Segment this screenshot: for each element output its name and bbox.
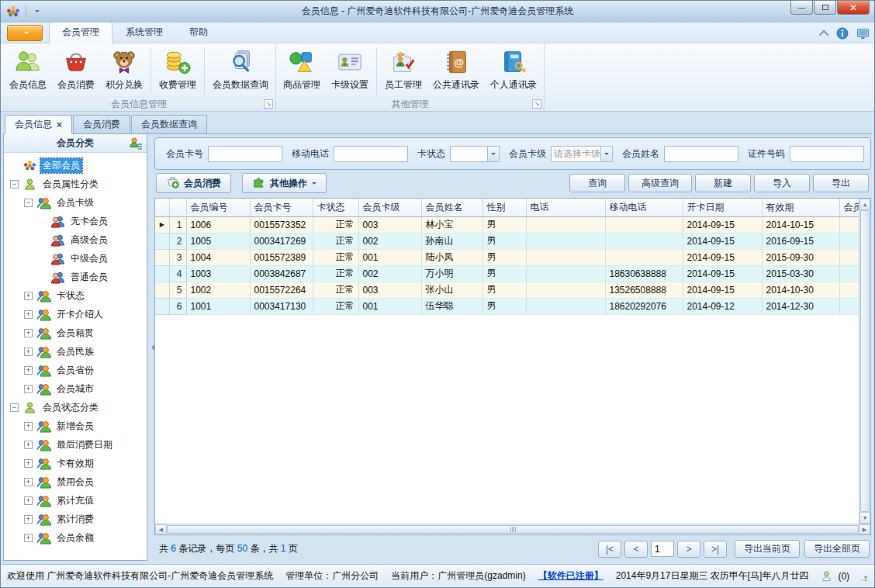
tree-item[interactable]: +最后消费日期 — [4, 435, 147, 454]
tree-item[interactable]: +卡状态 — [4, 286, 147, 305]
tree-item[interactable]: 全部会员 — [4, 156, 147, 175]
tree-item[interactable]: −会员属性分类 — [4, 175, 147, 193]
advanced-query-button[interactable]: 高级查询 — [628, 174, 692, 192]
ribbon-item[interactable]: 商品管理 — [278, 46, 326, 96]
ribbon-item[interactable]: 会员消费 — [52, 46, 100, 96]
ribbon-item[interactable]: 收费管理 — [154, 46, 202, 96]
application-menu-button[interactable] — [7, 25, 43, 41]
card-no-input[interactable] — [208, 146, 282, 162]
mobile-input[interactable] — [334, 146, 408, 162]
column-header[interactable]: 会员编号 — [186, 199, 250, 216]
column-header[interactable]: 移动电话 — [605, 199, 683, 216]
ribbon-item[interactable]: 个人通讯录 — [485, 46, 542, 96]
menu-tab[interactable]: 系统管理 — [112, 22, 176, 43]
tree-expander[interactable]: − — [10, 403, 19, 412]
first-page-button[interactable]: |< — [598, 541, 621, 558]
tree-expander[interactable]: + — [24, 366, 33, 375]
close-button[interactable]: ✕ — [837, 1, 870, 15]
tree-expander[interactable]: + — [24, 478, 33, 486]
last-page-button[interactable]: >| — [704, 541, 727, 558]
ribbon-item[interactable]: 员工管理 — [379, 46, 427, 96]
prev-page-button[interactable]: < — [624, 541, 648, 558]
tree-expander[interactable]: − — [24, 199, 33, 207]
tree-item[interactable]: 高级会员 — [4, 230, 147, 249]
quick-access-toolbar[interactable] — [31, 5, 42, 18]
category-settings-icon[interactable] — [129, 137, 143, 150]
page-number-input[interactable] — [651, 541, 674, 557]
tree-item[interactable]: −会员卡级 — [4, 193, 147, 212]
scroll-right-icon[interactable]: ▶ — [859, 524, 870, 534]
tree-item[interactable]: −会员状态分类 — [4, 398, 147, 417]
system-window-icon[interactable] — [856, 27, 870, 40]
card-status-select[interactable] — [450, 146, 500, 162]
query-button[interactable]: 查询 — [569, 174, 625, 192]
tree-expander[interactable]: + — [24, 385, 33, 393]
table-row[interactable]: 610010003417130正常001伍华聪男186202920762014-… — [155, 298, 859, 314]
tree-item[interactable]: +会员城市 — [4, 379, 147, 398]
column-header[interactable]: 有效期 — [762, 199, 839, 216]
collapse-ribbon-icon[interactable] — [819, 29, 829, 40]
ribbon-item[interactable]: 会员数据查询 — [207, 46, 274, 96]
export-current-page-button[interactable]: 导出当前页 — [735, 540, 800, 558]
resize-grip[interactable] — [862, 572, 868, 581]
member-consume-button[interactable]: 会员消费 — [156, 173, 231, 193]
tree-expander[interactable]: + — [24, 348, 33, 356]
document-tab[interactable]: 会员消费 — [73, 115, 130, 133]
horizontal-scroll-thumb[interactable] — [167, 525, 859, 534]
splitter[interactable] — [147, 134, 154, 561]
tree-expander[interactable]: + — [24, 459, 33, 468]
tree-expander[interactable]: + — [24, 534, 33, 542]
column-header[interactable]: 卡状态 — [313, 199, 358, 216]
tree-item[interactable]: +累计消费 — [4, 510, 147, 528]
column-header[interactable]: 电话 — [526, 199, 605, 216]
tree-item[interactable]: +会员省份 — [4, 361, 147, 379]
card-level-select[interactable]: 请选择卡级 — [551, 146, 613, 162]
chevron-down-icon[interactable] — [487, 147, 499, 161]
menu-tab[interactable]: 帮助 — [176, 22, 221, 43]
tree-item[interactable]: +新增会员 — [4, 417, 147, 435]
maximize-button[interactable] — [814, 1, 836, 15]
close-tab-icon[interactable]: × — [57, 121, 62, 129]
table-row[interactable]: 410030003842687正常002万小明男186306388882014-… — [155, 265, 859, 282]
dialog-launcher-icon[interactable]: ↘ — [264, 99, 273, 109]
tree-expander[interactable]: + — [24, 292, 33, 300]
document-tab[interactable]: 会员数据查询 — [131, 115, 207, 133]
chevron-down-icon[interactable] — [600, 147, 612, 161]
tree-item[interactable]: +会员籍贯 — [4, 323, 147, 342]
scroll-left-icon[interactable]: ◀ — [155, 524, 167, 534]
tree-item[interactable]: +会员余额 — [4, 528, 147, 547]
table-row[interactable]: ▶110060015573352正常003林小宝男2014-09-152014-… — [155, 216, 859, 233]
table-row[interactable]: 210050003417269正常002孙南山男2014-09-152016-0… — [155, 233, 859, 249]
vertical-scrollbar[interactable]: ▲ ▼ — [859, 199, 870, 524]
menu-tab[interactable]: 会员管理 — [49, 22, 112, 43]
other-actions-button[interactable]: 其他操作 — [242, 173, 327, 193]
ribbon-item[interactable]: 会员信息 — [4, 46, 52, 96]
member-name-input[interactable] — [664, 146, 738, 162]
vertical-scroll-thumb[interactable] — [860, 210, 870, 512]
tree-item[interactable]: +禁用会员 — [4, 472, 147, 491]
column-header[interactable]: 会员姓名 — [421, 199, 482, 216]
tree-expander[interactable]: − — [10, 180, 19, 189]
tree-item[interactable]: +卡有效期 — [4, 454, 147, 472]
scroll-up-icon[interactable]: ▲ — [859, 199, 870, 210]
tree-item[interactable]: 中级会员 — [4, 249, 147, 268]
registered-link[interactable]: 【软件已注册】 — [538, 569, 604, 583]
horizontal-scrollbar[interactable]: ◀ ▶ — [155, 524, 870, 534]
dialog-launcher-icon[interactable]: ↘ — [532, 99, 541, 109]
id-number-input[interactable] — [790, 146, 864, 162]
document-tab[interactable]: 会员信息× — [5, 115, 72, 134]
tree-expander[interactable]: + — [24, 515, 33, 524]
table-row[interactable]: 310040015572389正常001陆小凤男2014-09-152015-0… — [155, 249, 859, 265]
ribbon-item[interactable]: 积分兑换 — [100, 46, 148, 96]
next-page-button[interactable]: > — [677, 541, 700, 558]
tree-expander[interactable]: + — [24, 441, 33, 449]
tree-expander[interactable]: + — [24, 310, 33, 319]
column-header[interactable]: 开卡日期 — [683, 199, 762, 216]
ribbon-item[interactable]: @公共通讯录 — [427, 46, 485, 96]
tree-item[interactable]: +开卡介绍人 — [4, 305, 147, 323]
tree-expander[interactable]: + — [24, 496, 33, 505]
import-button[interactable]: 导入 — [754, 174, 810, 192]
table-row[interactable]: 510020015572264正常003张小山男135265088882014-… — [155, 282, 859, 298]
minimize-button[interactable]: — — [790, 1, 813, 15]
tree-expander[interactable]: + — [24, 422, 33, 431]
